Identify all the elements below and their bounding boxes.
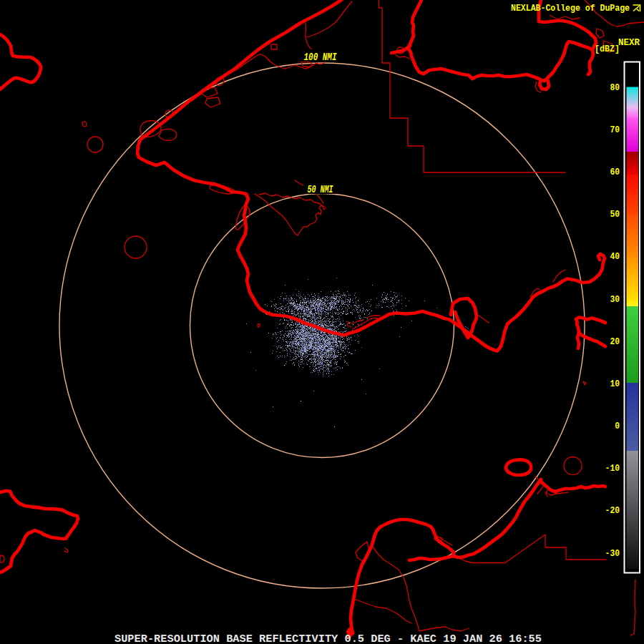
- svg-text:100 NMI: 100 NMI: [304, 52, 337, 63]
- svg-text:50 NMI: 50 NMI: [308, 184, 333, 195]
- svg-text:10: 10: [610, 379, 620, 389]
- svg-text:20: 20: [610, 336, 620, 347]
- svg-text:NEXR: NEXR: [618, 37, 640, 48]
- svg-text:-20: -20: [605, 505, 620, 516]
- svg-text:[dBZ]: [dBZ]: [595, 44, 620, 54]
- svg-text:50: 50: [610, 209, 620, 220]
- svg-text:80: 80: [610, 82, 620, 93]
- svg-text:-10: -10: [605, 463, 620, 474]
- svg-text:0: 0: [615, 421, 620, 431]
- svg-text:60: 60: [610, 167, 620, 177]
- svg-text:40: 40: [610, 251, 620, 262]
- svg-text:SUPER-RESOLUTION BASE REFLECTI: SUPER-RESOLUTION BASE REFLECTIVITY 0.5 D…: [114, 633, 542, 644]
- svg-text:-30: -30: [605, 548, 620, 559]
- svg-text:70: 70: [610, 125, 620, 135]
- svg-text:NEXLAB-College of DuPage: NEXLAB-College of DuPage: [511, 4, 630, 14]
- svg-text:30: 30: [610, 294, 620, 305]
